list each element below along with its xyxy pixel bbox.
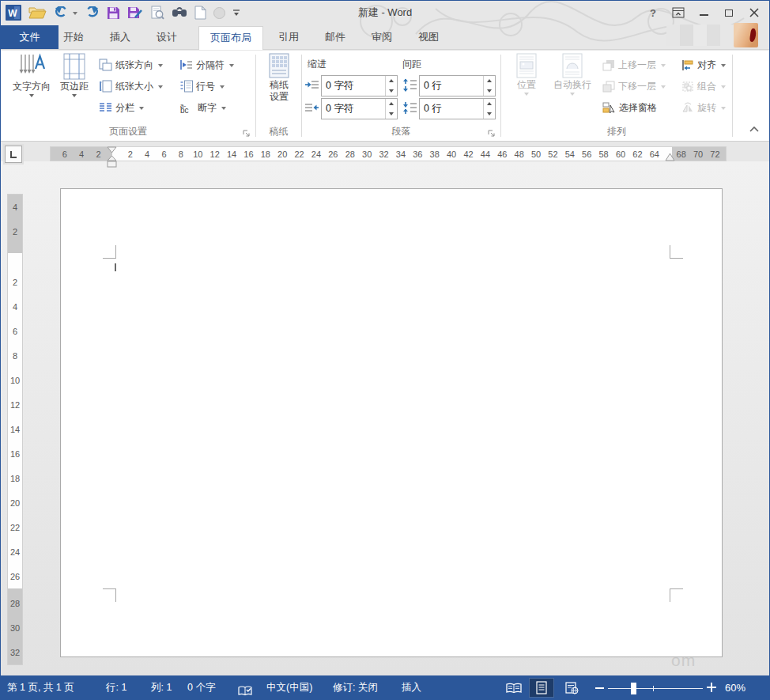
crop-mark-bottom-left — [103, 588, 116, 602]
maximize-icon[interactable] — [717, 3, 741, 22]
new-document-icon[interactable] — [194, 3, 206, 22]
spin-down-icon[interactable] — [484, 86, 495, 96]
qat-customize-icon[interactable] — [232, 3, 240, 22]
track-changes-indicator[interactable]: 修订: 关闭 — [333, 675, 378, 700]
tab-mailings[interactable]: 邮件 — [320, 25, 350, 49]
zoom-slider-handle[interactable] — [631, 683, 636, 694]
word-count[interactable]: 0 个字 — [187, 675, 215, 700]
spacing-before-input[interactable] — [420, 76, 483, 96]
undo-dropdown-icon[interactable] — [71, 3, 77, 22]
ruler-number: 58 — [595, 149, 612, 159]
group-label: 排列 — [501, 125, 732, 138]
save-icon[interactable] — [107, 3, 120, 22]
tab-insert[interactable]: 插入 — [105, 25, 135, 49]
zoom-out-icon[interactable] — [595, 687, 604, 689]
first-line-indent-marker[interactable] — [107, 146, 117, 153]
chevron-down-icon — [721, 107, 726, 110]
indent-left-input[interactable] — [322, 76, 385, 96]
ruler-number: 4 — [138, 149, 155, 159]
ruler-number: 14 — [8, 418, 22, 442]
word-app-icon[interactable]: W — [6, 3, 21, 22]
spin-down-icon[interactable] — [484, 109, 495, 119]
save-as-icon[interactable] — [127, 3, 143, 22]
language-indicator[interactable]: 中文(中国) — [266, 675, 312, 700]
ruler-number: 16 — [240, 149, 257, 159]
touch-mode-icon[interactable] — [213, 3, 225, 22]
spin-down-icon[interactable] — [386, 109, 397, 119]
hanging-indent-marker[interactable] — [107, 156, 117, 168]
tab-review[interactable]: 审阅 — [367, 25, 397, 49]
column-indicator[interactable]: 列: 1 — [151, 675, 172, 700]
spin-up-icon[interactable] — [484, 76, 495, 86]
line-numbers-icon — [179, 80, 193, 93]
paragraph-dialog-launcher-icon[interactable] — [485, 127, 496, 138]
close-icon[interactable] — [742, 3, 766, 22]
ruler-number: 2 — [8, 271, 22, 295]
redo-icon[interactable] — [85, 3, 100, 22]
bring-forward-icon — [602, 59, 615, 71]
chevron-down-icon — [229, 64, 234, 67]
ruler-number: 60 — [612, 149, 628, 159]
zoom-in-icon[interactable] — [707, 683, 716, 692]
help-icon[interactable]: ? — [641, 3, 665, 22]
tab-view[interactable]: 视图 — [413, 25, 444, 49]
ruler-number: 2 — [8, 219, 22, 244]
document-page[interactable] — [60, 188, 723, 657]
text-direction-button[interactable]: 文字方向 — [10, 53, 53, 97]
tab-home[interactable]: 开始 — [59, 25, 89, 49]
minimize-icon[interactable] — [692, 3, 715, 22]
chevron-down-icon — [661, 64, 666, 67]
tab-design[interactable]: 设计 — [152, 25, 182, 49]
orientation-icon — [99, 59, 112, 71]
ruler-number: 10 — [190, 149, 206, 159]
ruler-number: 28 — [8, 591, 22, 615]
ruler-number: 4 — [8, 295, 22, 320]
spacing-after-icon — [402, 101, 417, 115]
margins-button[interactable]: 页边距 — [55, 53, 94, 97]
line-numbers-button[interactable]: 行号 — [179, 78, 234, 95]
ribbon-display-options-icon[interactable] — [666, 3, 690, 22]
spin-up-icon[interactable] — [484, 99, 495, 109]
print-layout-button[interactable] — [529, 678, 554, 698]
zoom-level[interactable]: 60% — [725, 675, 745, 700]
find-icon[interactable] — [172, 3, 187, 22]
manuscript-settings-button[interactable]: 稿纸 设置 — [262, 53, 296, 102]
undo-icon[interactable] — [54, 3, 69, 22]
collapse-ribbon-icon[interactable] — [749, 122, 760, 136]
tab-page-layout[interactable]: 页面布局 — [198, 26, 263, 50]
page-setup-dialog-launcher-icon[interactable] — [240, 127, 251, 138]
ruler-number: 2 — [122, 149, 138, 159]
breaks-button[interactable]: 分隔符 — [179, 56, 234, 74]
indent-right-input[interactable] — [322, 99, 385, 119]
proofing-icon[interactable] — [238, 682, 252, 700]
columns-button[interactable]: 分栏 — [99, 99, 163, 116]
manuscript-settings-icon — [268, 53, 290, 78]
tab-references[interactable]: 引用 — [274, 25, 304, 49]
ruler-number: 2 — [90, 149, 107, 159]
user-account-redacted — [666, 22, 768, 47]
page-indicator[interactable]: 第 1 页, 共 1 页 — [7, 675, 74, 700]
spin-up-icon[interactable] — [386, 99, 397, 109]
tab-file[interactable]: 文件 — [1, 25, 59, 49]
spacing-after-input[interactable] — [420, 99, 483, 119]
group-label: 段落 — [302, 125, 500, 138]
orientation-button[interactable]: 纸张方向 — [99, 56, 163, 74]
spacing-before-icon — [402, 78, 417, 93]
align-button[interactable]: 对齐 — [681, 56, 726, 74]
crop-mark-top-left — [103, 245, 116, 259]
spin-up-icon[interactable] — [386, 76, 397, 86]
selection-pane-button[interactable]: 选择窗格 — [602, 99, 666, 116]
paper-size-button[interactable]: 纸张大小 — [99, 78, 163, 95]
tab-stop-selector[interactable] — [5, 146, 22, 163]
chevron-down-icon — [220, 85, 225, 89]
right-indent-marker[interactable] — [665, 153, 675, 161]
line-indicator[interactable]: 行: 1 — [106, 675, 126, 700]
print-preview-icon[interactable] — [150, 3, 164, 22]
web-layout-button[interactable] — [559, 678, 584, 698]
hyphenation-button[interactable]: a-bc 断字 — [179, 99, 234, 116]
read-mode-button[interactable] — [501, 678, 527, 698]
spin-down-icon[interactable] — [386, 86, 397, 96]
insert-mode-indicator[interactable]: 插入 — [402, 675, 421, 700]
open-folder-icon[interactable] — [28, 3, 47, 22]
zoom-slider[interactable] — [608, 688, 703, 689]
